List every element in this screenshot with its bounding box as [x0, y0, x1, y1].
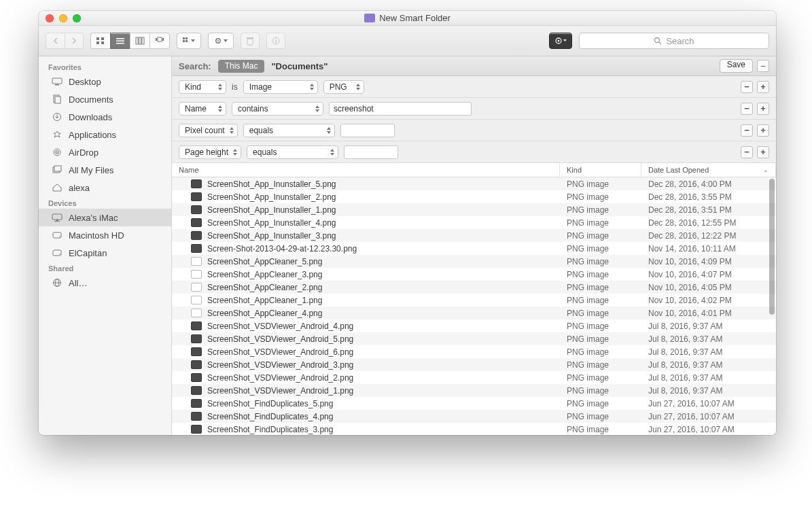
- view-icons-button[interactable]: [90, 33, 110, 49]
- table-row[interactable]: ScreenShot_VSDViewer_Android_4.pngPNG im…: [172, 319, 776, 332]
- table-row[interactable]: ScreenShot_AppCleaner_4.pngPNG imageNov …: [172, 307, 776, 319]
- sidebar-item[interactable]: All My Files: [39, 161, 171, 179]
- scope-documents[interactable]: "Documents": [271, 61, 328, 71]
- table-row[interactable]: ScreenShot_AppCleaner_1.pngPNG imageNov …: [172, 294, 776, 307]
- file-name: ScreenShot_AppCleaner_3.png: [207, 270, 322, 279]
- criteria-attribute-select[interactable]: Pixel count: [179, 124, 238, 137]
- file-name: ScreenShot_AppCleaner_2.png: [207, 283, 322, 292]
- criteria-subvalue-select[interactable]: PNG: [323, 80, 364, 94]
- file-kind: PNG image: [560, 347, 641, 357]
- file-list[interactable]: ScreenShot_App_Inunstaller_5.pngPNG imag…: [172, 177, 776, 435]
- sidebar-item[interactable]: All…: [39, 274, 171, 292]
- sidebar-item[interactable]: ElCapitan: [39, 244, 171, 262]
- sidebar-item[interactable]: Alexa's iMac: [39, 209, 171, 226]
- save-search-button[interactable]: Save: [720, 59, 753, 73]
- col-kind[interactable]: Kind: [560, 163, 641, 177]
- table-row[interactable]: ScreenShot_FindDuplicates_5.pngPNG image…: [172, 397, 776, 410]
- table-row[interactable]: ScreenShot_FindDuplicates_4.pngPNG image…: [172, 410, 776, 423]
- criteria-attribute-select[interactable]: Kind: [179, 80, 226, 94]
- sidebar-item[interactable]: AirDrop: [39, 143, 171, 161]
- criteria-op-select[interactable]: equals: [243, 124, 335, 137]
- criteria-add-button[interactable]: +: [757, 103, 769, 115]
- svg-rect-40: [54, 221, 60, 222]
- remove-scope-button[interactable]: −: [757, 60, 769, 72]
- criteria-attribute-select[interactable]: Name: [179, 102, 226, 116]
- table-row[interactable]: Screen-Shot-2013-04-29-at-12.23.30.pngPN…: [172, 242, 776, 255]
- sidebar-item[interactable]: Desktop: [39, 73, 171, 90]
- action-button[interactable]: [208, 33, 234, 49]
- view-list-button[interactable]: [110, 33, 130, 49]
- sidebar-item-label: AirDrop: [69, 147, 99, 158]
- view-coverflow-button[interactable]: [149, 33, 170, 49]
- table-row[interactable]: ScreenShot_App_Inunstaller_2.pngPNG imag…: [172, 190, 776, 203]
- table-row[interactable]: ScreenShot_AppCleaner_5.pngPNG imageNov …: [172, 255, 776, 268]
- zoom-window-button[interactable]: [73, 14, 81, 22]
- trash-button[interactable]: [241, 33, 260, 49]
- col-name[interactable]: Name: [172, 163, 560, 177]
- file-kind: PNG image: [560, 179, 641, 189]
- col-date[interactable]: Date Last Opened ⌄: [641, 163, 776, 177]
- table-row[interactable]: ScreenShot_App_Inunstaller_3.pngPNG imag…: [172, 229, 776, 242]
- file-date: Dec 28, 2016, 4:00 PM: [641, 179, 776, 189]
- table-row[interactable]: ScreenShot_VSDViewer_Android_3.pngPNG im…: [172, 358, 776, 371]
- svg-rect-23: [275, 39, 277, 40]
- svg-rect-7: [136, 37, 138, 44]
- table-row[interactable]: ScreenShot_AppCleaner_3.pngPNG imageNov …: [172, 268, 776, 281]
- file-icon: [191, 179, 202, 188]
- table-row[interactable]: ScreenShot_VSDViewer_Android_2.pngPNG im…: [172, 371, 776, 384]
- criteria-add-button[interactable]: +: [757, 146, 769, 158]
- criteria-remove-button[interactable]: −: [741, 81, 753, 93]
- criteria-value-select[interactable]: Image: [243, 80, 318, 94]
- scope-this-mac[interactable]: This Mac: [218, 60, 265, 73]
- sidebar-item[interactable]: Downloads: [39, 108, 171, 126]
- sidebar-item[interactable]: Macintosh HD: [39, 226, 171, 244]
- close-window-button[interactable]: [46, 14, 54, 22]
- table-row[interactable]: ScreenShot_App_Inunstaller_1.pngPNG imag…: [172, 203, 776, 216]
- criteria-text-input[interactable]: [344, 145, 398, 159]
- search-field[interactable]: Search: [579, 33, 769, 49]
- table-row[interactable]: ScreenShot_VSDViewer_Android_5.pngPNG im…: [172, 332, 776, 345]
- criteria-add-button[interactable]: +: [757, 81, 769, 93]
- criteria-op-select[interactable]: equals: [247, 145, 338, 159]
- table-row[interactable]: ScreenShot_VSDViewer_Android_1.pngPNG im…: [172, 384, 776, 397]
- file-icon: [191, 231, 202, 240]
- criteria-remove-button[interactable]: −: [741, 146, 753, 158]
- scrollbar-thumb[interactable]: [769, 179, 775, 315]
- file-kind: PNG image: [560, 244, 641, 254]
- share-extension-button[interactable]: [549, 33, 572, 49]
- sidebar-item[interactable]: Applications: [39, 126, 171, 143]
- criteria-text-input[interactable]: [340, 124, 395, 137]
- svg-rect-37: [54, 166, 61, 171]
- view-columns-button[interactable]: [130, 33, 149, 49]
- forward-button[interactable]: [65, 33, 84, 49]
- file-date: Jul 8, 2016, 9:37 AM: [641, 334, 776, 344]
- criteria-add-button[interactable]: +: [757, 124, 769, 137]
- file-icon: [191, 386, 202, 395]
- criteria-op-select[interactable]: contains: [232, 102, 323, 116]
- info-button[interactable]: [266, 33, 285, 49]
- table-row[interactable]: ScreenShot_FindDuplicates_3.pngPNG image…: [172, 423, 776, 435]
- file-icon: [191, 309, 202, 317]
- minimize-window-button[interactable]: [59, 14, 67, 22]
- globe-icon: [51, 278, 63, 288]
- sidebar-item[interactable]: alexa: [39, 179, 171, 196]
- arrange-button[interactable]: [177, 33, 201, 49]
- criteria-text-input[interactable]: screenshot: [329, 102, 472, 116]
- file-name: ScreenShot_VSDViewer_Android_1.png: [207, 386, 353, 396]
- table-row[interactable]: ScreenShot_App_Inunstaller_4.pngPNG imag…: [172, 216, 776, 229]
- table-row[interactable]: ScreenShot_VSDViewer_Android_6.pngPNG im…: [172, 345, 776, 358]
- svg-rect-0: [96, 37, 99, 40]
- search-scope-bar: Search: This Mac "Documents" Save −: [172, 56, 776, 76]
- file-kind: PNG image: [560, 309, 641, 318]
- svg-point-25: [558, 40, 560, 42]
- table-row[interactable]: ScreenShot_App_Inunstaller_5.pngPNG imag…: [172, 177, 776, 190]
- file-date: Jul 8, 2016, 9:37 AM: [641, 347, 776, 357]
- table-row[interactable]: ScreenShot_AppCleaner_2.pngPNG imageNov …: [172, 281, 776, 294]
- home-icon: [51, 183, 63, 192]
- file-name: ScreenShot_VSDViewer_Android_3.png: [207, 360, 353, 370]
- criteria-remove-button[interactable]: −: [741, 103, 753, 115]
- criteria-remove-button[interactable]: −: [741, 124, 753, 137]
- sidebar-item[interactable]: Documents: [39, 90, 171, 108]
- back-button[interactable]: [46, 33, 65, 49]
- criteria-attribute-select[interactable]: Page height: [179, 145, 241, 159]
